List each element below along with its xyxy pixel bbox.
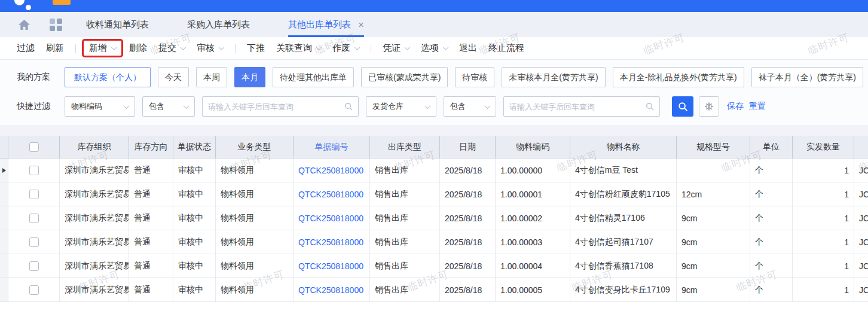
tab-misc-outbound-list[interactable]: 其他出库单列表× (288, 12, 364, 37)
toolbar-button-filter[interactable]: 过滤 (17, 42, 35, 54)
scheme-button-audited-shared[interactable]: 已审核(蒙成荣共享) (361, 67, 448, 87)
toolbar-button-voucher[interactable]: 凭证 (383, 42, 409, 54)
column-header-extra (854, 136, 868, 158)
chevron-down-icon[interactable] (219, 44, 225, 50)
tab-purchase-inbound-list[interactable]: 采购入库单列表 (187, 12, 250, 37)
cell-org: 深圳市满乐艺贸易 (60, 230, 129, 254)
filter-field-select-1[interactable]: 物料编码 (65, 96, 135, 117)
column-header-material-code[interactable]: 物料编码 (496, 136, 570, 158)
column-header-spec[interactable]: 规格型号 (677, 136, 750, 158)
cell-org: 深圳市满乐艺贸易 (60, 206, 129, 230)
cell-qty: 1 (793, 230, 854, 254)
row-checkbox[interactable] (29, 237, 39, 247)
row-checkbox[interactable] (29, 261, 39, 271)
row-checkbox[interactable] (29, 190, 39, 199)
toolbar-button-audit[interactable]: 审核 (197, 42, 224, 54)
chevron-down-icon[interactable] (181, 44, 187, 50)
chevron-down-icon (184, 103, 190, 109)
cell-bill-no[interactable]: QTCK250818000 (294, 230, 370, 254)
column-header-qty[interactable]: 实发数量 (793, 136, 854, 158)
cell-bill-no[interactable]: QTCK250818000 (294, 182, 370, 206)
column-header-date[interactable]: 日期 (440, 136, 496, 158)
logo-fragment (26, 5, 31, 10)
cell-status: 审核中 (173, 230, 216, 254)
cell-spec: 12cm (677, 182, 750, 206)
column-header-biz-type[interactable]: 业务类型 (216, 136, 294, 158)
apps-grid-icon[interactable] (50, 19, 62, 31)
toolbar-button-void[interactable]: 作废 (332, 42, 359, 54)
panel-gap (0, 125, 868, 136)
cell-bill-no[interactable]: QTCK250818000 (294, 278, 370, 301)
toolbar-button-delete[interactable]: 删除 (129, 42, 147, 54)
column-header-org[interactable]: 库存组织 (60, 136, 129, 158)
settings-button[interactable] (699, 96, 719, 117)
close-icon[interactable]: × (358, 20, 364, 30)
filter-field-select-2[interactable]: 发货仓库 (366, 96, 436, 117)
cell-spec (677, 158, 750, 182)
cell-biz-type: 物料领用 (216, 230, 294, 254)
cell-material-code: 1.00.00004 (496, 254, 570, 278)
toolbar-divider (75, 44, 76, 53)
topbar-accent-button[interactable] (53, 0, 71, 5)
scheme-button-month-all-except-gifts[interactable]: 本月全-除礼品兑换外(黄芳共享) (613, 67, 744, 87)
toolbar-button-exit[interactable]: 退出 (459, 42, 477, 54)
column-header-direction[interactable]: 库存方向 (129, 136, 173, 158)
keyword-input-2[interactable] (509, 102, 646, 111)
cell-spec: 9cm (677, 254, 750, 278)
column-header-status[interactable]: 单据状态 (173, 136, 216, 158)
chevron-down-icon[interactable] (405, 44, 411, 50)
chevron-down-icon[interactable] (443, 44, 449, 50)
cell-spec: 9cm (677, 206, 750, 230)
cell-direction: 普通 (129, 278, 173, 301)
column-header-bill-no[interactable]: 单据编号 (294, 136, 370, 158)
cell-qty: 1 (793, 206, 854, 230)
cell-direction: 普通 (129, 254, 173, 278)
chevron-down-icon[interactable] (111, 44, 117, 50)
scheme-button-this-week[interactable]: 本周 (196, 67, 227, 87)
toolbar-button-refresh[interactable]: 刷新 (46, 42, 64, 54)
filter-operator-select-2[interactable]: 包含 (444, 96, 496, 117)
save-scheme-link[interactable]: 保存 (727, 101, 744, 112)
scheme-button-this-month[interactable]: 本月 (234, 67, 265, 87)
toolbar-button-add-new[interactable]: 新增 (89, 42, 116, 54)
cell-extra: JC (854, 158, 868, 182)
cell-bill-no[interactable]: QTCK250818000 (294, 206, 370, 230)
select-all-checkbox[interactable] (29, 142, 39, 152)
scheme-button-unaudited-month-all[interactable]: 未审核本月全(黄芳共享) (502, 67, 605, 87)
reset-filter-link[interactable]: 重置 (749, 101, 766, 112)
home-icon[interactable] (18, 19, 30, 31)
filter-operator-select-1[interactable]: 包含 (142, 96, 195, 117)
chevron-down-icon[interactable] (354, 44, 360, 50)
row-select-cell (8, 278, 60, 301)
row-checkbox[interactable] (29, 285, 39, 295)
toolbar-button-terminate-flow[interactable]: 终止流程 (488, 42, 524, 54)
column-header-out-type[interactable]: 出库类型 (370, 136, 440, 158)
chevron-down-icon[interactable] (316, 44, 322, 50)
row-checkbox[interactable] (29, 214, 39, 223)
toolbar-divider (371, 44, 371, 53)
toolbar-button-label: 审核 (197, 42, 215, 54)
tab-receipt-notice-list[interactable]: 收料通知单列表 (86, 12, 149, 37)
column-header-unit[interactable]: 单位 (750, 136, 793, 158)
scheme-button-socks-month-all[interactable]: 袜子本月（全）(黄芳共享) (751, 67, 863, 87)
cell-bill-no[interactable]: QTCK250818000 (294, 158, 370, 182)
toolbar-button-submit[interactable]: 提交 (158, 42, 185, 54)
toolbar-button-related-query[interactable]: 关联查询 (276, 42, 321, 54)
cell-date: 2025/8/18 (440, 230, 496, 254)
cell-org: 深圳市满乐艺贸易 (60, 278, 129, 301)
cell-bill-no[interactable]: QTCK250818000 (294, 254, 370, 278)
scheme-button-to-audit[interactable]: 待审核 (455, 67, 494, 87)
chevron-down-icon (485, 103, 491, 109)
column-header-material-name[interactable]: 物料名称 (570, 136, 677, 158)
keyword-input-wrap-2 (503, 96, 660, 117)
scheme-button-default-personal[interactable]: 默认方案（个人） (65, 67, 151, 87)
scheme-button-today[interactable]: 今天 (158, 67, 189, 87)
toolbar-button-push-down[interactable]: 下推 (247, 42, 265, 54)
row-checkbox[interactable] (29, 166, 39, 175)
cell-material-name: 4寸创信精灵17106 (570, 206, 677, 230)
keyword-input-1[interactable] (208, 102, 344, 111)
scheme-button-pending-misc-outbound[interactable]: 待处理其他出库单 (273, 67, 354, 87)
toolbar-button-options[interactable]: 选项 (421, 42, 448, 54)
row-select-cell (8, 230, 60, 254)
search-button[interactable] (672, 96, 693, 117)
